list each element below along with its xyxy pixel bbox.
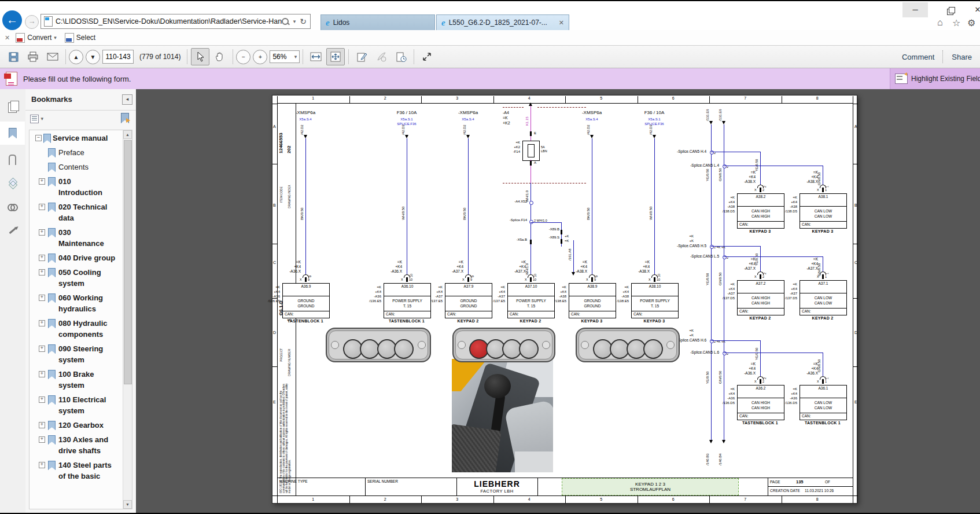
ruler-number-bottom: 5: [565, 497, 638, 504]
zoom-out-button[interactable]: −: [236, 50, 250, 64]
collapse-minus-icon[interactable]: −: [35, 135, 42, 141]
home-icon[interactable]: ⌂: [937, 17, 943, 28]
back-button[interactable]: ←: [2, 10, 22, 30]
certificates-button[interactable]: [372, 48, 390, 65]
share-button[interactable]: Share: [952, 53, 972, 61]
forward-button[interactable]: →: [25, 15, 39, 29]
bookmark-item[interactable]: −Service manual: [30, 133, 121, 144]
bookmark-item[interactable]: +140 Steel parts of the basic: [30, 460, 121, 482]
new-bookmark-button[interactable]: [119, 112, 131, 124]
maximize-button[interactable]: [940, 2, 965, 17]
select-tool-button[interactable]: [191, 48, 209, 65]
bookmark-item[interactable]: +060 Working hydraulics: [30, 292, 121, 314]
expand-plus-icon[interactable]: +: [39, 371, 45, 377]
fit-width-button[interactable]: [307, 48, 325, 65]
fullscreen-button[interactable]: [418, 48, 436, 65]
select-button[interactable]: Select: [76, 34, 95, 42]
page-thumbnails-button[interactable]: [0, 96, 25, 119]
expand-plus-icon[interactable]: +: [39, 320, 45, 326]
expand-plus-icon[interactable]: +: [39, 204, 45, 210]
expand-plus-icon[interactable]: +: [39, 422, 45, 428]
search-panel-button[interactable]: [0, 194, 25, 218]
scroll-down-button[interactable]: ▼: [123, 500, 132, 509]
bookmarks-tree[interactable]: −Service manualPrefaceContents+010 Intro…: [29, 130, 132, 509]
comment-button[interactable]: Comment: [902, 53, 934, 61]
bookmark-icon: [48, 228, 56, 237]
refresh-icon[interactable]: ↻: [300, 17, 307, 26]
search-icon[interactable]: [282, 18, 289, 25]
expand-plus-icon[interactable]: +: [39, 255, 45, 261]
address-bar[interactable]: C:\LIDOS\SD_EN\Service-Doku\Dokumentatio…: [40, 14, 311, 29]
attachments-button[interactable]: [0, 148, 25, 171]
bookmark-item[interactable]: +030 Maintenance: [30, 227, 121, 249]
scrollbar-thumb[interactable]: [124, 140, 132, 384]
expand-plus-icon[interactable]: +: [39, 462, 45, 468]
location-ref: =K: [565, 239, 569, 243]
wire-reference: /131.E6: [719, 101, 723, 121]
block-function-line: GROUND: [584, 299, 601, 303]
connector-ref: -A4.X52: [504, 200, 527, 204]
expand-plus-icon[interactable]: +: [39, 346, 45, 352]
tab-document[interactable]: e L550_G6.2-D_1825_2021-07-... ✕: [436, 14, 569, 30]
expand-plus-icon[interactable]: +: [39, 396, 45, 403]
page-number-input[interactable]: 110-143: [102, 50, 134, 64]
settings-gear-icon[interactable]: ⚙: [967, 17, 975, 28]
close-button[interactable]: ✕: [965, 2, 980, 17]
minimize-button[interactable]: ─: [902, 2, 928, 17]
scroll-up-button[interactable]: ▲: [123, 130, 132, 139]
tab-lidos[interactable]: e Lidos: [320, 14, 435, 30]
convert-button[interactable]: Convert: [27, 34, 51, 42]
block-function-line: POWER SUPPLY: [640, 299, 670, 303]
bookmark-item[interactable]: +080 Hydraulic components: [30, 318, 121, 340]
feed-subheader: X5a.S.4: [277, 118, 334, 122]
measure-history-button[interactable]: [392, 48, 410, 65]
zoom-level-select[interactable]: 56% ▾: [270, 50, 300, 63]
drawing-number-label: DRAWING NUMBER: [288, 324, 292, 376]
bookmark-label: 110 Electrical system: [58, 394, 116, 416]
expand-plus-icon[interactable]: +: [39, 295, 45, 301]
next-page-button[interactable]: ▼: [86, 50, 100, 64]
bookmark-item[interactable]: +010 Introduction: [30, 176, 121, 198]
close-plugin-icon[interactable]: ✕: [5, 34, 10, 42]
address-text[interactable]: C:\LIDOS\SD_EN\Service-Doku\Dokumentatio…: [56, 17, 282, 25]
layers-button[interactable]: [0, 171, 25, 194]
zoom-in-button[interactable]: +: [253, 50, 267, 64]
favorites-icon[interactable]: ☆: [952, 17, 960, 28]
bookmark-item[interactable]: +050 Cooling system: [30, 267, 121, 289]
bookmark-item[interactable]: +110 Electrical system: [30, 394, 121, 416]
fill-sign-button[interactable]: [352, 48, 371, 65]
highlight-fields-button[interactable]: Highlight Existing Fields: [911, 75, 980, 83]
bookmark-item[interactable]: +020 Technical data: [30, 201, 121, 223]
hand-tool-button[interactable]: [211, 48, 229, 65]
bookmark-item[interactable]: +090 Steering system: [30, 343, 121, 365]
document-canvas[interactable]: 1122334455667788AABBCCDDEE12466553202ITE…: [136, 89, 980, 513]
tree-scrollbar[interactable]: ▲ ▼: [123, 130, 132, 509]
collapse-panel-button[interactable]: ◂: [122, 94, 132, 105]
bookmark-item[interactable]: Contents: [30, 161, 121, 172]
bookmark-item[interactable]: +040 Drive group: [30, 252, 121, 263]
chevron-down-icon[interactable]: ▾: [54, 35, 57, 41]
bookmark-item[interactable]: +120 Gearbox: [30, 420, 121, 431]
expand-plus-icon[interactable]: +: [39, 269, 45, 276]
bookmark-options-button[interactable]: ▾: [30, 113, 47, 124]
fit-page-button[interactable]: [326, 48, 345, 65]
tab-close-icon[interactable]: ✕: [554, 19, 564, 27]
binoculars-icon: [8, 203, 18, 210]
save-button[interactable]: [4, 48, 23, 65]
expand-plus-icon[interactable]: +: [39, 436, 45, 443]
terminal-tick: [822, 188, 824, 192]
expand-plus-icon[interactable]: +: [39, 229, 45, 236]
subject-line1: KEYPAD 1 2 3: [635, 482, 665, 487]
bookmarks-panel-button[interactable]: [0, 122, 25, 145]
previous-page-button[interactable]: ▲: [69, 50, 83, 64]
signatures-button[interactable]: [0, 219, 25, 242]
feed-header: F36 / 10A: [378, 111, 436, 116]
bookmark-item[interactable]: Preface: [30, 147, 121, 158]
print-button[interactable]: [24, 48, 42, 65]
expand-plus-icon[interactable]: +: [39, 178, 45, 185]
bookmark-item[interactable]: +100 Brake system: [30, 369, 121, 391]
email-button[interactable]: [43, 48, 62, 65]
chevron-down-icon[interactable]: ▾: [293, 19, 296, 24]
row-tick: [272, 164, 277, 164]
bookmark-item[interactable]: +130 Axles and drive shafts: [30, 434, 121, 456]
